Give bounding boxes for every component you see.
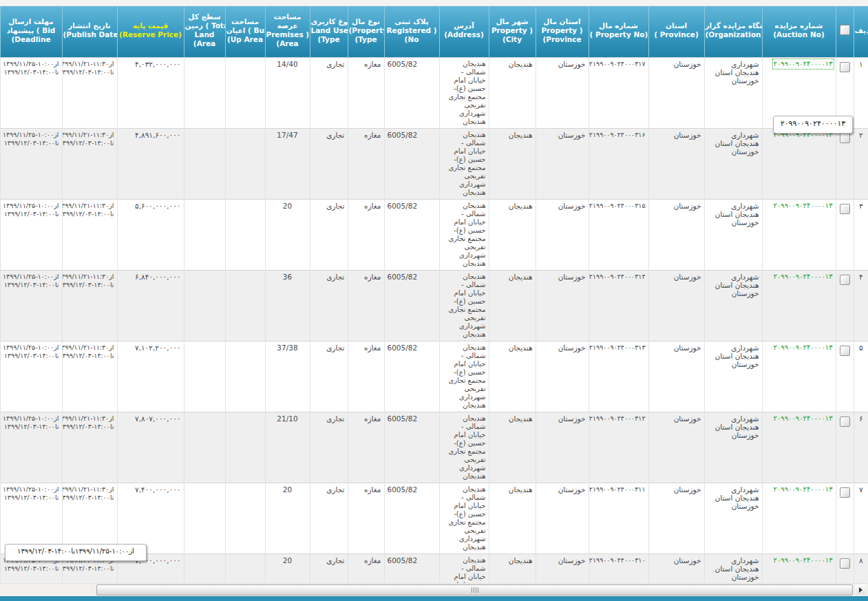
registered-no-cell: 6005/82	[384, 341, 439, 412]
row-select-cell	[836, 483, 854, 554]
premises-area-cell: 36	[265, 271, 310, 341]
property-province-cell: خوزستان	[536, 200, 589, 271]
to-label: تا	[110, 139, 114, 147]
table-row[interactable]: ۱ ۲۰۹۹۰۰۹۰۲۴۰۰۰۰۱۳ شهرداری هندیجان استان…	[0, 58, 868, 129]
row-checkbox[interactable]	[840, 204, 850, 214]
province-cell: خوزستان	[648, 129, 704, 200]
col-header-property-no: شماره مال( Property No)	[589, 6, 648, 58]
table-row[interactable]: ۴ ۲۰۹۹۰۰۹۰۲۴۰۰۰۰۱۳ شهرداری هندیجان استان…	[0, 271, 868, 341]
organization-cell: شهرداری هندیجان استان خوزستان	[704, 129, 762, 200]
from-label: از	[54, 485, 59, 493]
top-strip	[0, 0, 868, 6]
table-row[interactable]: ۳ ۲۰۹۹۰۰۹۰۲۴۰۰۰۰۱۳ شهرداری هندیجان استان…	[0, 200, 868, 271]
col-header-address: آدرس(Address)	[439, 6, 489, 58]
publish-date-cell: از۱۳۹۹/۱۱/۲۱-۱۱:۳۰ تا۱۳۹۹/۱۲/۰۳-۱۴:۰۰	[62, 271, 117, 341]
property-type-cell: مغازه	[348, 341, 384, 412]
organization-cell: شهرداری هندیجان استان خوزستان	[704, 200, 762, 271]
auction-list-screen: ردیفشماره مزایده(Auction No)نام دستگاه م…	[0, 0, 868, 601]
property-province-cell: خوزستان	[536, 271, 589, 341]
premises-area-cell: 20	[265, 200, 310, 271]
col-header-province: استان( Province)	[648, 6, 704, 58]
auction-no-link[interactable]: ۲۰۹۹۰۰۹۰۲۴۰۰۰۰۱۳	[774, 414, 833, 423]
property-no-cell: ۲۱۹۹۰۰۹۰۲۴۰۰۰۳۱۷	[589, 58, 648, 129]
row-checkbox[interactable]	[840, 275, 850, 285]
from-label: از	[109, 273, 114, 280]
property-province-cell: خوزستان	[536, 341, 589, 412]
scrollbar-thumb[interactable]	[96, 584, 853, 595]
land-use-cell: تجاری	[310, 412, 348, 483]
property-no-cell: ۲۱۹۹۰۰۹۰۲۴۰۰۰۳۱۱	[589, 483, 648, 554]
row-number: ۱	[854, 58, 868, 129]
table-row[interactable]: ۲ ۲۰۹۹۰۰۹۰۲۴۰۰۰۰۱۳ شهرداری هندیجان استان…	[0, 129, 868, 200]
select-all-checkbox[interactable]	[840, 25, 850, 35]
auction-no-link[interactable]: ۲۰۹۹۰۰۹۰۲۴۰۰۰۰۱۳	[774, 273, 833, 281]
row-checkbox[interactable]	[840, 487, 850, 498]
auction-no-link[interactable]: ۲۰۹۹۰۰۹۰۲۴۰۰۰۰۱۳	[774, 202, 833, 210]
property-city-cell: هندیجان	[489, 271, 536, 341]
organization-cell: شهرداری هندیجان استان خوزستان	[704, 483, 762, 554]
from-label: از	[109, 414, 114, 422]
to-label: تا	[55, 281, 59, 288]
registered-no-cell: 6005/82	[384, 129, 439, 200]
col-header-land-use: نوع کاربریLand Use )(Type	[310, 6, 348, 58]
tooltip-from-date: ۱۳۹۹/۱۱/۲۵-۱۰:۰۰	[75, 547, 129, 555]
province-cell: خوزستان	[648, 341, 704, 412]
reserve-price-cell: ۶,۸۴۰,۰۰۰,۰۰۰	[117, 271, 184, 341]
from-label: از	[109, 344, 114, 351]
from-label: از	[109, 485, 114, 493]
land-use-cell: تجاری	[310, 129, 348, 200]
built-up-area-cell	[225, 341, 265, 412]
province-cell: خوزستان	[648, 412, 704, 483]
reserve-price-cell: ۴,۰۳۲,۰۰۰,۰۰۰	[117, 58, 184, 129]
col-header-registered-no: پلاک ثبتیRegistered )(No	[384, 6, 439, 58]
auction-no-tooltip: ۲۰۹۹۰۰۹۰۲۴۰۰۰۰۱۳	[773, 116, 853, 134]
row-checkbox[interactable]	[840, 62, 850, 72]
auction-no-link[interactable]: ۲۰۹۹۰۰۹۰۲۴۰۰۰۰۱۳	[774, 60, 833, 68]
auction-no-cell: ۲۰۹۹۰۰۹۰۲۴۰۰۰۰۱۳	[762, 129, 836, 200]
auction-no-link[interactable]: ۲۰۹۹۰۰۹۰۲۴۰۰۰۰۱۳	[774, 485, 833, 494]
built-up-area-cell	[225, 412, 265, 483]
horizontal-scrollbar[interactable]	[0, 583, 868, 596]
col-header-select[interactable]	[836, 6, 854, 58]
from-label: از	[54, 414, 59, 422]
built-up-area-cell	[225, 271, 265, 341]
property-province-cell: خوزستان	[536, 412, 589, 483]
total-land-area-cell	[184, 271, 225, 341]
address-cell: هندیجان شمالی - خیابان امام حسین (ع)- مج…	[439, 483, 489, 554]
col-header-total-land-area: سطح کلزمین ( TotalLand(Area	[184, 6, 225, 58]
auction-no-cell: ۲۰۹۹۰۰۹۰۲۴۰۰۰۰۱۳	[762, 483, 836, 554]
table-row[interactable]: ۶ ۲۰۹۹۰۰۹۰۲۴۰۰۰۰۱۳ شهرداری هندیجان استان…	[0, 412, 868, 483]
built-up-area-cell	[225, 58, 265, 129]
row-checkbox[interactable]	[840, 558, 850, 569]
to-label: تا	[55, 352, 59, 359]
row-checkbox[interactable]	[840, 346, 850, 356]
row-number: ۵	[854, 341, 868, 412]
tooltip-from-label: از	[129, 547, 134, 555]
bottom-accent-bar	[0, 595, 868, 601]
scrollbar-right-arrow-button[interactable]	[855, 584, 867, 595]
to-label: تا	[55, 139, 59, 147]
land-use-cell: تجاری	[310, 271, 348, 341]
organization-cell: شهرداری هندیجان استان خوزستان	[704, 341, 762, 412]
premises-area-cell: 20	[265, 483, 310, 554]
reserve-price-cell: ۵,۶۰۰,۰۰۰,۰۰۰	[117, 200, 184, 271]
col-header-premises-area: مساحتعرصهPremises )(Area	[265, 6, 310, 58]
province-cell: خوزستان	[648, 200, 704, 271]
bid-deadline-cell: از۱۳۹۹/۱۱/۲۵-۱۰:۰۰ تا۱۳۹۹/۱۲/۰۳-۱۴:۰۰	[0, 341, 62, 412]
auction-no-link[interactable]: ۲۰۹۹۰۰۹۰۲۴۰۰۰۰۱۳	[774, 556, 833, 565]
auction-no-link[interactable]: ۲۰۹۹۰۰۹۰۲۴۰۰۰۰۱۳	[774, 344, 833, 352]
address-cell: هندیجان شمالی - خیابان امام حسین (ع)- مج…	[439, 341, 489, 412]
col-header-built-up-area: مساحتاعیان ( Built(Up Area	[225, 6, 265, 58]
from-label: از	[109, 131, 114, 138]
from-label: از	[54, 202, 59, 209]
publish-date-cell: از۱۳۹۹/۱۱/۲۱-۱۱:۳۰ تا۱۳۹۹/۱۲/۰۳-۱۴:۰۰	[62, 58, 117, 129]
built-up-area-cell	[225, 483, 265, 554]
row-number: ۴	[854, 271, 868, 341]
property-province-cell: خوزستان	[536, 129, 589, 200]
row-checkbox[interactable]	[840, 417, 850, 427]
land-use-cell: تجاری	[310, 200, 348, 271]
table-row[interactable]: ۵ ۲۰۹۹۰۰۹۰۲۴۰۰۰۰۱۳ شهرداری هندیجان استان…	[0, 341, 868, 412]
publish-date-cell: از۱۳۹۹/۱۱/۲۱-۱۱:۳۰ تا۱۳۹۹/۱۲/۰۳-۱۴:۰۰	[62, 200, 117, 271]
registered-no-cell: 6005/82	[384, 200, 439, 271]
row-checkbox[interactable]	[840, 133, 850, 143]
